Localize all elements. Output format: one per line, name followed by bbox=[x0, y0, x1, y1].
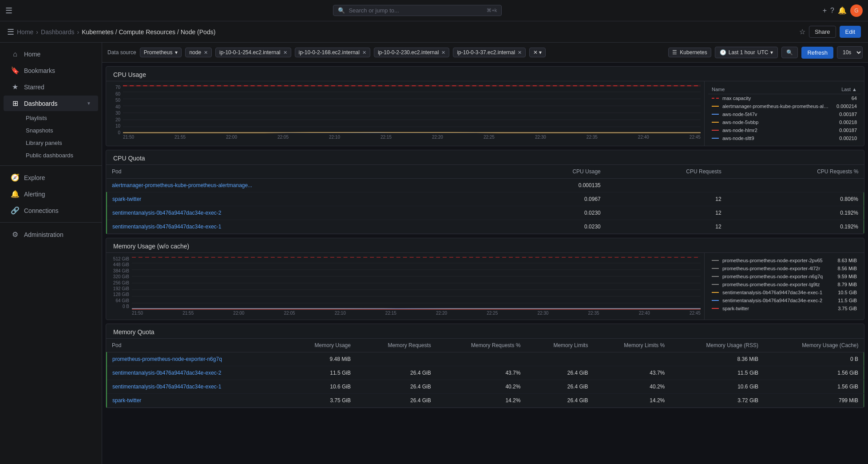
interval-select[interactable]: 10s 30s 1m 5m bbox=[837, 46, 863, 59]
edit-button[interactable]: Edit bbox=[840, 26, 861, 38]
sidebar-item-snapshots[interactable]: Snapshots bbox=[22, 124, 98, 136]
cpu-row2-pod[interactable]: spark-twitter bbox=[112, 196, 141, 202]
legend-item-aws-node-hlmr2[interactable]: aws-node-hlmr2 0.00187 bbox=[708, 126, 860, 134]
sidebar-item-alerting[interactable]: 🔔 Alerting bbox=[4, 186, 98, 202]
filter-node-close[interactable]: ✕ bbox=[204, 50, 208, 56]
mem-row2-pod[interactable]: sentimentanalysis-0b476a9447dac34e-exec-… bbox=[112, 370, 222, 376]
table-row: sentimentanalysis-0b476a9447dac34e-exec-… bbox=[107, 366, 864, 380]
sidebar-item-dashboards[interactable]: ⊞ Dashboards ▼ bbox=[4, 96, 98, 111]
bell-icon[interactable]: 🔔 bbox=[838, 6, 847, 15]
clock-icon: 🕐 bbox=[720, 49, 726, 56]
filter-ip3[interactable]: ip-10-0-2-230.ec2.internal ✕ bbox=[374, 48, 449, 57]
legend-item-node-exporter-2pv65[interactable]: prometheus-prometheus-node-exporter-2pv6… bbox=[708, 256, 860, 264]
sidebar-item-starred[interactable]: ★ Starred bbox=[4, 79, 98, 95]
mem-quota-th-requests: Memory Requests bbox=[356, 339, 436, 352]
legend-item-node-exporter-4l72r[interactable]: prometheus-prometheus-node-exporter-4l72… bbox=[708, 264, 860, 272]
breadcrumb-home[interactable]: Home bbox=[17, 28, 33, 36]
time-range-picker[interactable]: 🕐 Last 1 hour UTC ▾ bbox=[715, 47, 778, 58]
filter-ip1-close[interactable]: ✕ bbox=[283, 50, 287, 56]
filter-ip3-close[interactable]: ✕ bbox=[441, 50, 445, 56]
memory-quota-title: Memory Quota bbox=[106, 324, 864, 339]
memory-usage-chart-area: 512 GiB448 GiB384 GiB320 GiB256 GiB192 G… bbox=[106, 253, 704, 320]
legend-color-sentiment-exec-2 bbox=[712, 300, 719, 301]
cpu-usage-legend: Name Last ▲ max capacity 64 alertmanager… bbox=[704, 81, 864, 146]
legend-item-alertmanager[interactable]: alertmanager-prometheus-kube-prometheus-… bbox=[708, 102, 860, 110]
sidebar-item-library-panels[interactable]: Library panels bbox=[22, 137, 98, 149]
legend-value-node-exporter-tg9tz: 8.79 MiB bbox=[835, 282, 857, 287]
avatar[interactable]: G bbox=[850, 4, 863, 17]
table-row: alertmanager-prometheus-kube-prometheus-… bbox=[107, 179, 864, 192]
starred-icon: ★ bbox=[11, 83, 20, 91]
cpu-row3-pod[interactable]: sentimentanalysis-0b476a9447dac34e-exec-… bbox=[112, 210, 222, 216]
sidebar-item-bookmarks[interactable]: 🔖 Bookmarks bbox=[4, 63, 98, 78]
cpu-row4-pod[interactable]: sentimentanalysis-0b476a9447dac34e-exec-… bbox=[112, 224, 222, 230]
legend-item-spark-twitter[interactable]: spark-twitter 3.75 GiB bbox=[708, 304, 860, 312]
filter-ip4[interactable]: ip-10-0-3-37.ec2.internal ✕ bbox=[453, 48, 526, 57]
sidebar-divider-1 bbox=[0, 165, 102, 166]
add-icon[interactable]: + bbox=[823, 7, 827, 15]
filter-ip4-close[interactable]: ✕ bbox=[518, 50, 522, 56]
sidebar-item-playlists[interactable]: Playlists bbox=[22, 112, 98, 124]
memory-y-axis: 512 GiB448 GiB384 GiB320 GiB256 GiB192 G… bbox=[106, 256, 131, 309]
menu-icon[interactable]: ☰ bbox=[5, 6, 12, 16]
breadcrumb-dashboards[interactable]: Dashboards bbox=[41, 28, 75, 36]
cpu-quota-th-pod: Pod bbox=[107, 165, 504, 179]
filter-node[interactable]: node ✕ bbox=[185, 48, 212, 57]
filter-ip3-label: ip-10-0-2-230.ec2.internal bbox=[378, 49, 439, 56]
mem-row2-usage: 11.5 GiB bbox=[286, 366, 356, 380]
datasource-dropdown[interactable]: Prometheus ▾ bbox=[140, 48, 182, 57]
sidebar-toggle[interactable]: ☰ bbox=[7, 27, 14, 37]
mem-row4-requests: 26.4 GiB bbox=[356, 394, 436, 408]
dashboards-expand-icon: ▼ bbox=[87, 101, 91, 106]
kubernetes-label: Kubernetes bbox=[680, 49, 707, 56]
mem-row2-rss: 11.5 GiB bbox=[670, 366, 764, 380]
star-icon[interactable]: ☆ bbox=[799, 28, 805, 36]
zoom-button[interactable]: 🔍 bbox=[781, 47, 798, 58]
cpu-chart-svg bbox=[123, 85, 701, 134]
mem-row3-pod[interactable]: sentimentanalysis-0b476a9447dac34e-exec-… bbox=[112, 384, 222, 390]
sidebar-item-public-dashboards[interactable]: Public dashboards bbox=[22, 149, 98, 161]
sidebar-item-explore[interactable]: 🧭 Explore bbox=[4, 170, 98, 185]
help-icon[interactable]: ? bbox=[830, 7, 834, 15]
legend-item-node-exporter-tg9tz[interactable]: prometheus-prometheus-node-exporter-tg9t… bbox=[708, 280, 860, 288]
filter-ip2-close[interactable]: ✕ bbox=[362, 50, 366, 56]
legend-value-aws-node-5vbbp: 0.00218 bbox=[835, 120, 857, 125]
filter-more[interactable]: ✕ ▾ bbox=[529, 48, 546, 57]
legend-name-sentiment-exec-2: sentimentanalysis-0b476a9447dac34e-exec-… bbox=[722, 298, 831, 303]
legend-color-max-capacity bbox=[712, 98, 719, 99]
legend-item-sentiment-exec-2[interactable]: sentimentanalysis-0b476a9447dac34e-exec-… bbox=[708, 296, 860, 304]
sidebar-label-starred: Starred bbox=[24, 84, 44, 91]
table-row: spark-twitter 0.0967 12 0.806% bbox=[107, 192, 864, 206]
legend-value-node-exporter-4l72r: 8.56 MiB bbox=[835, 266, 857, 271]
refresh-button[interactable]: Refresh bbox=[801, 47, 833, 59]
cpu-row1-pod[interactable]: alertmanager-prometheus-kube-prometheus-… bbox=[112, 182, 252, 188]
filter-ip2[interactable]: ip-10-0-2-168.ec2.internal ✕ bbox=[295, 48, 370, 57]
legend-item-max-capacity[interactable]: max capacity 64 bbox=[708, 94, 860, 102]
mem-row1-rss: 8.36 MiB bbox=[670, 352, 764, 366]
legend-item-aws-node-sltt9[interactable]: aws-node-sltt9 0.00210 bbox=[708, 134, 860, 142]
sidebar-label-home: Home bbox=[24, 51, 40, 58]
sidebar-item-connections[interactable]: 🔗 Connections bbox=[4, 203, 98, 218]
mem-row4-pod[interactable]: spark-twitter bbox=[112, 397, 141, 404]
mem-row4-requests-pct: 14.2% bbox=[436, 394, 526, 408]
legend-item-node-exporter-n6g7q[interactable]: prometheus-prometheus-node-exporter-n6g7… bbox=[708, 272, 860, 280]
search-shortcut: ⌘+k bbox=[487, 8, 497, 13]
share-button[interactable]: Share bbox=[809, 26, 836, 38]
legend-item-sentiment-exec-1[interactable]: sentimentanalysis-0b476a9447dac34e-exec-… bbox=[708, 288, 860, 296]
sidebar-item-home[interactable]: ⌂ Home bbox=[4, 47, 98, 62]
sidebar-item-administration[interactable]: ⚙ Administration bbox=[4, 227, 98, 242]
filter-ip1[interactable]: ip-10-0-1-254.ec2.internal ✕ bbox=[215, 48, 291, 57]
legend-item-aws-node-5vbbp[interactable]: aws-node-5vbbp 0.00218 bbox=[708, 118, 860, 126]
mem-row1-pod[interactable]: prometheus-prometheus-node-exporter-n6g7… bbox=[112, 356, 222, 362]
legend-header: Name Last ▲ bbox=[708, 85, 860, 94]
mem-row3-limits: 26.4 GiB bbox=[526, 380, 593, 394]
mem-quota-th-pod: Pod bbox=[107, 339, 286, 352]
legend-item-aws-node-5t47v[interactable]: aws-node-5t47v 0.00187 bbox=[708, 110, 860, 118]
kubernetes-filter[interactable]: ☰ Kubernetes bbox=[668, 48, 711, 57]
datasource-chevron: ▾ bbox=[175, 49, 178, 56]
legend-color-node-exporter-2pv65 bbox=[712, 260, 719, 261]
search-bar[interactable]: 🔍 Search or jump to... ⌘+k bbox=[333, 5, 502, 16]
mem-row4-limits-pct: 14.2% bbox=[593, 394, 670, 408]
time-range-label: Last 1 hour bbox=[729, 49, 755, 56]
main-content: Data source Prometheus ▾ node ✕ ip-10-0-… bbox=[102, 43, 868, 464]
